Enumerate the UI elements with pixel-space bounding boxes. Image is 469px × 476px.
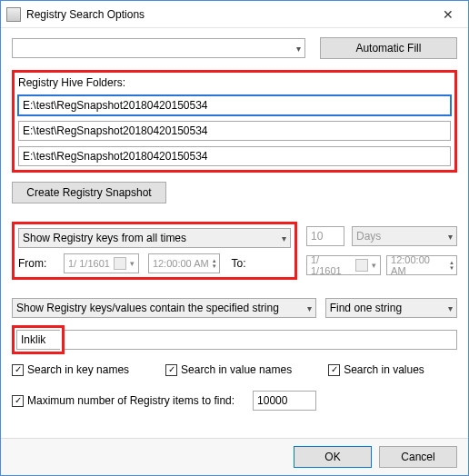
cancel-button[interactable]: Cancel [379,446,457,468]
ok-button[interactable]: OK [294,446,372,468]
automatic-fill-button[interactable]: Automatic Fill [320,37,457,59]
hive-inputs [18,95,451,166]
checkbox-icon: ✓ [328,364,340,376]
from-time-value: 12:00:00 AM [153,258,209,269]
search-value-names-label: Search in value names [181,363,292,376]
hive-path-3[interactable] [18,146,451,166]
profile-combo[interactable]: ▾ [12,38,305,58]
max-items-row: ✓ Maximum number of Registry items to fi… [12,391,457,411]
top-row: ▾ Automatic Fill [12,37,457,59]
time-mode-label: Show Registry keys from all times [23,232,186,244]
from-to-row: From: 1/ 1/1601 ▾ 12:00:00 AM ▲▼ To: [18,253,291,273]
max-items-value[interactable] [253,391,316,411]
chevron-down-icon: ▾ [307,303,312,313]
time-mode-combo[interactable]: Show Registry keys from all times ▾ [18,228,291,248]
search-text-rest[interactable] [65,330,457,350]
days-unit-combo: Days ▾ [352,226,457,246]
days-and-to-column: Days ▾ 1/ 1/1601 ▾ 12:00:00 AM ▲▼ [306,226,457,275]
search-key-names-check[interactable]: ✓ Search in key names [12,363,129,376]
max-items-check[interactable]: ✓ Maximum number of Registry items to fi… [12,394,234,407]
find-mode-combo[interactable]: Find one string ▾ [325,298,457,318]
hive-folders-group: Registry Hive Folders: [12,70,457,173]
from-date[interactable]: 1/ 1/1601 ▾ [64,253,139,273]
days-unit-label: Days [356,230,381,243]
hive-path-2[interactable] [18,121,451,141]
chevron-down-icon: ▾ [372,261,376,270]
spinner-icon: ▲▼ [212,258,217,269]
chevron-down-icon: ▾ [282,233,286,243]
calendar-icon [114,257,126,270]
search-values-label: Search in values [344,363,424,376]
snapshot-row: Create Registry Snapshot [12,182,457,203]
chevron-down-icon: ▾ [130,259,135,268]
from-label: From: [18,257,55,270]
to-label: To: [229,257,249,270]
checkbox-icon: ✓ [12,364,24,376]
search-text-row [12,325,457,354]
from-time[interactable]: 12:00:00 AM ▲▼ [148,253,220,273]
calendar-icon [355,259,368,272]
dialog-window: Registry Search Options ✕ ▾ Automatic Fi… [0,0,469,476]
find-mode-label: Find one string [330,302,402,314]
to-time[interactable]: 12:00:00 AM ▲▼ [386,255,457,275]
search-options-row: ✓ Search in key names ✓ Search in value … [12,363,457,376]
close-button[interactable]: ✕ [427,1,468,27]
spinner-icon: ▲▼ [449,260,454,271]
contain-row: Show Registry keys/values contain the sp… [12,298,457,318]
create-snapshot-button[interactable]: Create Registry Snapshot [12,182,166,203]
checkbox-icon: ✓ [12,395,24,407]
max-items-label: Maximum number of Registry items to find… [27,394,234,407]
days-row: Days ▾ [306,226,457,246]
titlebar: Registry Search Options ✕ [1,1,468,28]
dialog-content: ▾ Automatic Fill Registry Hive Folders: … [1,28,468,438]
window-title: Registry Search Options [26,8,427,21]
to-datetime-row: 1/ 1/1601 ▾ 12:00:00 AM ▲▼ [306,255,457,275]
chevron-down-icon: ▾ [448,232,453,242]
search-text-prefix[interactable] [16,330,60,350]
hive-path-1[interactable] [18,95,451,115]
hive-folders-label: Registry Hive Folders: [18,76,451,89]
to-date-value: 1/ 1/1601 [311,254,352,276]
search-key-names-label: Search in key names [27,363,129,376]
search-value-names-check[interactable]: ✓ Search in value names [165,363,292,376]
search-values-check[interactable]: ✓ Search in values [328,363,424,376]
chevron-down-icon: ▾ [448,303,453,313]
chevron-down-icon: ▾ [296,44,301,54]
checkbox-icon: ✓ [165,364,177,376]
search-text-highlight [12,325,65,354]
contain-mode-label: Show Registry keys/values contain the sp… [16,302,279,314]
time-filter-box: Show Registry keys from all times ▾ From… [12,222,297,280]
dialog-footer: OK Cancel [1,438,468,475]
to-date[interactable]: 1/ 1/1601 ▾ [306,255,381,275]
app-icon [6,7,21,22]
contain-mode-combo[interactable]: Show Registry keys/values contain the sp… [12,298,316,318]
to-time-value: 12:00:00 AM [391,254,446,276]
days-value [306,226,344,246]
from-date-value: 1/ 1/1601 [68,258,110,269]
time-filter-row: Show Registry keys from all times ▾ From… [12,222,457,280]
